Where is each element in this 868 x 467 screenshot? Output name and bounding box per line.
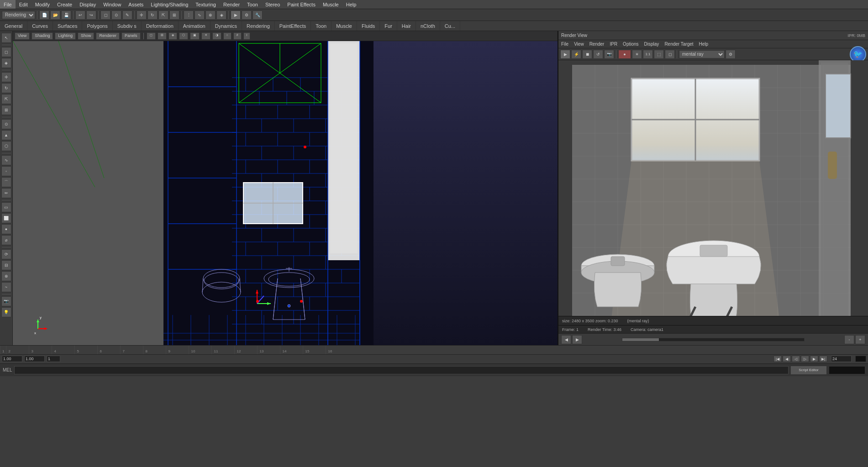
ambient-btn[interactable]: ○	[223, 32, 231, 40]
menu-paint-effects[interactable]: Paint Effects	[284, 0, 319, 9]
render-settings-btn[interactable]: 🔧	[253, 10, 263, 20]
camera-btn[interactable]: 📷	[1, 296, 11, 306]
tab-painteffects[interactable]: PaintEffects	[275, 21, 311, 31]
scale-btn[interactable]: ⇱	[158, 10, 168, 20]
paint-sel-btn[interactable]: ✎	[122, 10, 132, 20]
snap-grid-btn[interactable]: ⋮	[184, 10, 194, 20]
region-btn[interactable]: ⬚	[654, 50, 664, 59]
render-menu-file[interactable]: File	[558, 40, 571, 48]
rotate-btn[interactable]: ↻	[147, 10, 158, 20]
render-scene-btn[interactable]: ▶	[560, 50, 570, 59]
panels-menu[interactable]: Panels	[121, 32, 141, 40]
menu-render[interactable]: Render	[220, 0, 243, 9]
show-manip-btn[interactable]: ⬡	[1, 141, 11, 151]
lasso-btn[interactable]: ⊙	[111, 10, 121, 20]
current-frame-input[interactable]	[831, 356, 852, 362]
universal-tool-btn[interactable]: ⊞	[1, 105, 11, 115]
jiggle-btn[interactable]: ~	[1, 282, 11, 292]
tab-hair[interactable]: Hair	[397, 21, 416, 31]
paint-select-btn[interactable]: ◈	[1, 58, 11, 68]
ipr-render-btn[interactable]: ⚡	[571, 50, 581, 59]
open-btn[interactable]: 📂	[50, 10, 60, 20]
color-manage-btn[interactable]: ●	[618, 50, 631, 59]
texture-btn[interactable]: ▣	[190, 32, 200, 40]
menu-file[interactable]: File	[0, 0, 16, 9]
lighting-menu[interactable]: Lighting	[55, 32, 76, 40]
tab-curves[interactable]: Curves	[27, 21, 53, 31]
shading-menu[interactable]: Shading	[32, 32, 53, 40]
menu-create[interactable]: Create	[53, 0, 76, 9]
grid-btn[interactable]: #	[233, 32, 242, 40]
light-btn[interactable]: ☀	[201, 32, 210, 40]
frame-input[interactable]	[47, 356, 60, 362]
tab-rendering[interactable]: Rendering	[242, 21, 275, 31]
shadow-btn[interactable]: ◑	[212, 32, 221, 40]
menu-assets[interactable]: Assets	[125, 0, 147, 9]
snap-view-btn[interactable]: ◈	[216, 10, 226, 20]
tab-fluids[interactable]: Fluids	[357, 21, 380, 31]
render-menu-view[interactable]: View	[571, 40, 587, 48]
universal-btn[interactable]: ⊞	[169, 10, 179, 20]
render-menu-render-target[interactable]: Render Target	[662, 40, 696, 48]
tab-ncloth[interactable]: nCloth	[416, 21, 440, 31]
next-frame-btn[interactable]: ▶	[810, 356, 818, 362]
tab-muscle[interactable]: Muscle	[331, 21, 357, 31]
camera-select-btn[interactable]: ◻	[147, 32, 156, 40]
light-btn[interactable]: 💡	[1, 307, 11, 317]
tab-toon[interactable]: Toon	[311, 21, 331, 31]
move-btn[interactable]: ✛	[137, 10, 147, 20]
render-refresh-btn[interactable]: ↺	[593, 50, 603, 59]
curve-ep-btn[interactable]: ◦	[1, 166, 11, 176]
tab-deformation[interactable]: Deformation	[142, 21, 179, 31]
render-menu-ipr[interactable]: IPR	[607, 40, 620, 48]
render-menu-help[interactable]: Help	[696, 40, 711, 48]
menu-edit[interactable]: Edit	[16, 0, 32, 9]
tab-dynamics[interactable]: Dynamics	[210, 21, 242, 31]
tab-more[interactable]: Cu...	[440, 21, 460, 31]
deform-btn[interactable]: ⟳	[1, 249, 11, 259]
mel-input[interactable]	[14, 366, 789, 374]
tab-fur[interactable]: Fur	[380, 21, 397, 31]
tab-surfaces[interactable]: Surfaces	[53, 21, 82, 31]
tab-polygons[interactable]: Polygons	[82, 21, 112, 31]
poly-cyl-btn[interactable]: ⌀	[1, 235, 11, 245]
renderer-combo[interactable]: mental ray	[679, 50, 725, 58]
render-region-btn[interactable]: ◻	[665, 50, 675, 59]
zoom-fit-btn[interactable]: 1:1	[643, 50, 653, 59]
tab-general[interactable]: General	[0, 21, 27, 31]
render-nav-next[interactable]: ▶	[572, 335, 582, 344]
poly-plane-btn[interactable]: ▭	[1, 202, 11, 212]
soft-mod-btn[interactable]: ⊙	[1, 119, 11, 129]
menu-texturing[interactable]: Texturing	[192, 0, 220, 9]
render-nav-prev[interactable]: ◀	[561, 335, 571, 344]
menu-display[interactable]: Display	[76, 0, 100, 9]
view-menu[interactable]: View	[15, 32, 30, 40]
anim-start-input[interactable]	[2, 356, 22, 362]
menu-toon[interactable]: Toon	[243, 0, 262, 9]
bezier-btn[interactable]: ⌒	[1, 177, 11, 187]
ipr-btn[interactable]: ⚙	[242, 10, 252, 20]
select-btn[interactable]: ◻	[100, 10, 110, 20]
audio-btn[interactable]	[855, 356, 866, 362]
wireframe-btn[interactable]: ◈	[168, 32, 177, 40]
play-fwd-btn[interactable]: ▷	[801, 356, 809, 362]
render-zoom-out[interactable]: -	[844, 335, 854, 344]
menu-muscle[interactable]: Muscle	[319, 0, 342, 9]
scale-tool-btn[interactable]: ⇱	[1, 94, 11, 104]
render-menu-render[interactable]: Render	[587, 40, 607, 48]
render-menu-options[interactable]: Options	[620, 40, 641, 48]
show-menu[interactable]: Show	[78, 32, 95, 40]
anim-end-input[interactable]	[24, 356, 45, 362]
prev-frame-btn[interactable]: ◀	[783, 356, 791, 362]
menu-lighting-shading[interactable]: Lighting/Shading	[147, 0, 192, 9]
poly-sphere-btn[interactable]: ●	[1, 224, 11, 234]
play-back-btn[interactable]: ◁	[792, 356, 800, 362]
save-btn[interactable]: 💾	[61, 10, 71, 20]
undo-btn[interactable]: ↩	[75, 10, 85, 20]
smooth-btn[interactable]: ⬡	[179, 32, 188, 40]
hud-btn[interactable]: i	[243, 32, 251, 40]
sculpt-btn[interactable]: ▲	[1, 130, 11, 140]
render-zoom-in[interactable]: +	[855, 335, 865, 344]
tab-subdivs[interactable]: Subdiv s	[113, 21, 142, 31]
go-end-btn[interactable]: ▶|	[819, 356, 827, 362]
